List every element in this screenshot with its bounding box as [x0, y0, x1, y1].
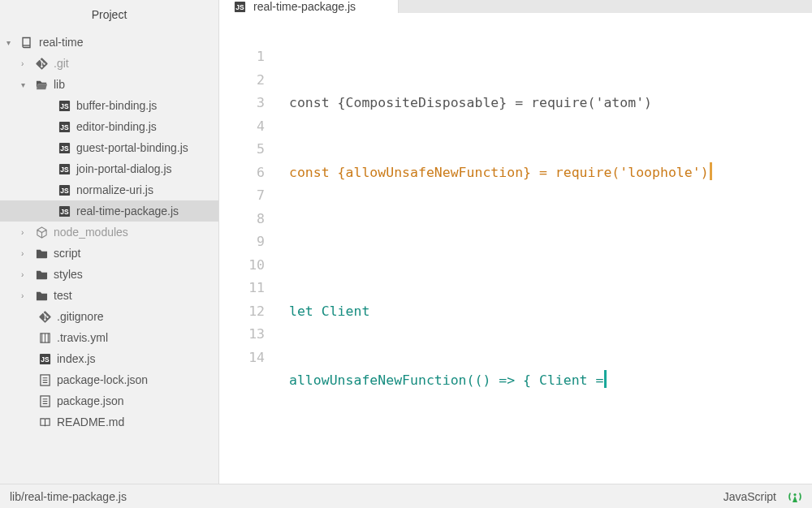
folder-open-icon: [34, 79, 49, 91]
line-number[interactable]: 7: [219, 184, 265, 208]
line-number[interactable]: 2: [219, 69, 265, 93]
svg-point-19: [793, 493, 796, 495]
svg-text:JS: JS: [60, 187, 69, 195]
json-icon: [37, 374, 52, 386]
status-file-path[interactable]: lib/real-time-package.js: [10, 490, 127, 503]
chevron-right-icon: ›: [21, 249, 32, 258]
tree-item[interactable]: package-lock.json: [0, 369, 218, 390]
tree-item-label: .gitignore: [57, 310, 104, 323]
tree-item[interactable]: ›styles: [0, 264, 218, 285]
tree-item-label: real-time-package.js: [76, 204, 179, 217]
line-number[interactable]: 14: [219, 347, 265, 370]
js-icon: JS: [57, 142, 71, 154]
tree-item[interactable]: package.json: [0, 390, 218, 411]
status-bar: lib/real-time-package.js JavaScript: [0, 484, 812, 508]
tree-item-label: guest-portal-binding.js: [76, 141, 188, 154]
travis-icon: [37, 332, 52, 344]
json-icon: [37, 395, 52, 407]
chevron-right-icon: ›: [21, 291, 32, 300]
line-number[interactable]: 11: [219, 277, 265, 300]
tree-item-label: node_modules: [54, 226, 128, 239]
tree-item-label: script: [54, 247, 80, 260]
tree-item-label: join-portal-dialog.js: [76, 162, 172, 175]
line-number[interactable]: 8: [219, 208, 265, 231]
line-number[interactable]: 3: [219, 92, 265, 115]
line-number[interactable]: 6: [219, 161, 265, 185]
tree-item[interactable]: JSjoin-portal-dialog.js: [0, 158, 218, 179]
git-icon: [37, 311, 52, 323]
tree-item[interactable]: JSindex.js: [0, 348, 218, 369]
tree-item[interactable]: ›script: [0, 243, 218, 264]
tree-item[interactable]: ›test: [0, 285, 218, 306]
tree-item-label: lib: [54, 78, 65, 91]
js-icon: JS: [57, 205, 71, 217]
tree-item-label: README.md: [57, 415, 124, 428]
tree-item-label: .git: [54, 57, 69, 70]
project-sidebar: Project ▾ real-time ›.git▾libJSbuffer-bi…: [0, 0, 219, 484]
line-number[interactable]: 5: [219, 138, 265, 161]
tree-item[interactable]: README.md: [0, 411, 218, 433]
chevron-down-icon: ▾: [21, 80, 32, 89]
svg-text:JS: JS: [60, 166, 69, 174]
code-content[interactable]: const {CompositeDisposable} = require('a…: [289, 45, 812, 484]
tree-item-label: test: [54, 289, 72, 302]
tree-item[interactable]: JSbuffer-binding.js: [0, 95, 218, 116]
tree-item-label: package.json: [57, 394, 124, 407]
js-icon: JS: [57, 184, 71, 196]
line-number[interactable]: 4: [219, 115, 265, 139]
line-number-gutter: 1234567891011121314: [219, 45, 289, 484]
tree-item[interactable]: ›node_modules: [0, 222, 218, 243]
tab-bar: JS real-time-package.js: [219, 0, 812, 13]
tree-item[interactable]: ▾lib: [0, 74, 218, 95]
tree-item-label: editor-binding.js: [76, 120, 157, 133]
tree-item-label: index.js: [57, 352, 95, 365]
tree-item[interactable]: .gitignore: [0, 306, 218, 327]
line-number[interactable]: 12: [219, 300, 265, 324]
folder-icon: [34, 248, 49, 260]
chevron-right-icon: ›: [21, 59, 32, 68]
line-number[interactable]: 1: [219, 45, 265, 69]
svg-text:JS: JS: [235, 3, 244, 11]
svg-text:JS: JS: [60, 123, 69, 131]
repo-icon: [19, 36, 34, 49]
tree-item[interactable]: ›.git: [0, 53, 218, 74]
tree-item-label: real-time: [39, 36, 83, 49]
editor-area: JS real-time-package.js 1234567891011121…: [219, 0, 812, 484]
text-editor[interactable]: 1234567891011121314 const {CompositeDisp…: [219, 13, 812, 484]
chevron-right-icon: ›: [21, 270, 32, 279]
chevron-down-icon: ▾: [6, 38, 18, 47]
readme-icon: [37, 416, 52, 428]
remote-cursor-green: [604, 370, 607, 388]
tree-item[interactable]: JSnormalize-uri.js: [0, 179, 218, 200]
tree-item[interactable]: JSguest-portal-binding.js: [0, 137, 218, 158]
tree-item-label: buffer-binding.js: [76, 99, 157, 112]
sidebar-title: Project: [0, 0, 218, 28]
line-number[interactable]: 9: [219, 230, 265, 254]
folder-icon: [34, 269, 49, 281]
js-icon: JS: [57, 100, 71, 112]
js-icon: JS: [37, 353, 52, 365]
tree-item[interactable]: .travis.yml: [0, 327, 218, 348]
status-language[interactable]: JavaScript: [723, 490, 776, 503]
package-icon: [34, 226, 49, 239]
svg-text:JS: JS: [60, 208, 69, 216]
line-number[interactable]: 10: [219, 254, 265, 278]
file-tree: ▾ real-time ›.git▾libJSbuffer-binding.js…: [0, 28, 218, 484]
tab-label: real-time-package.js: [253, 0, 356, 13]
tree-item-label: normalize-uri.js: [76, 183, 153, 196]
tree-item-label: package-lock.json: [57, 373, 148, 386]
line-number[interactable]: 13: [219, 323, 265, 347]
svg-text:JS: JS: [41, 355, 50, 364]
tree-root-item[interactable]: ▾ real-time: [0, 32, 218, 53]
tree-item-label: styles: [54, 268, 83, 281]
tree-item[interactable]: JSreal-time-package.js: [0, 200, 218, 222]
tab-active[interactable]: JS real-time-package.js: [219, 0, 399, 13]
tree-item[interactable]: JSeditor-binding.js: [0, 116, 218, 137]
svg-text:JS: JS: [60, 144, 69, 153]
tree-item-label: .travis.yml: [57, 331, 108, 344]
git-icon: [34, 58, 49, 70]
teletype-antenna-icon[interactable]: [788, 489, 802, 504]
remote-cursor-orange: [710, 162, 712, 180]
chevron-right-icon: ›: [21, 228, 32, 237]
svg-text:JS: JS: [60, 102, 69, 110]
